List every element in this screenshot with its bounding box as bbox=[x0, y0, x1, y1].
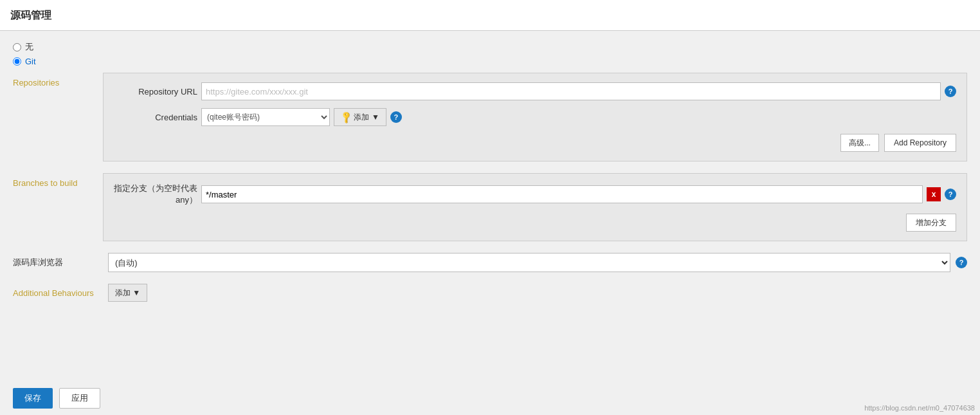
repositories-content: Repository URL ? Credentials (qitee账号密码) bbox=[103, 73, 967, 161]
repo-url-label: Repository URL bbox=[114, 87, 197, 97]
branches-section: Branches to build 指定分支（为空时代表any） x ? 增加分… bbox=[13, 173, 967, 241]
radio-git-item[interactable]: Git bbox=[13, 57, 967, 66]
branch-row: 指定分支（为空时代表any） x ? bbox=[114, 183, 956, 206]
branch-help-icon[interactable]: ? bbox=[945, 189, 956, 200]
repo-url-input[interactable] bbox=[201, 82, 941, 100]
credentials-select[interactable]: (qitee账号密码) bbox=[201, 108, 330, 126]
cancel-button[interactable]: 应用 bbox=[59, 388, 100, 409]
radio-none-label: 无 bbox=[25, 41, 33, 53]
credentials-help-icon[interactable]: ? bbox=[390, 111, 402, 123]
bottom-buttons: 保存 应用 bbox=[0, 382, 113, 415]
branches-content: 指定分支（为空时代表any） x ? 增加分支 bbox=[103, 173, 967, 241]
radio-git-label: Git bbox=[25, 57, 36, 66]
add-branch-button[interactable]: 增加分支 bbox=[906, 214, 956, 232]
source-browser-select[interactable]: (自动) bbox=[108, 253, 950, 272]
add-repository-button[interactable]: Add Repository bbox=[884, 134, 956, 152]
radio-none[interactable] bbox=[13, 43, 21, 51]
repo-button-row: 高级... Add Repository bbox=[114, 134, 956, 152]
source-browser-help-icon[interactable]: ? bbox=[956, 257, 967, 268]
additional-dropdown-icon: ▼ bbox=[132, 288, 140, 297]
source-browser-label: 源码库浏览器 bbox=[13, 257, 103, 268]
watermark: https://blog.csdn.net/m0_47074638 bbox=[864, 404, 975, 412]
credentials-add-label: 添加 bbox=[354, 112, 369, 123]
additional-add-label: 添加 bbox=[115, 288, 131, 297]
repositories-label: Repositories bbox=[13, 73, 103, 88]
credentials-dropdown-icon: ▼ bbox=[372, 113, 379, 122]
repo-url-row: Repository URL ? bbox=[114, 82, 956, 100]
repo-url-help-icon[interactable]: ? bbox=[945, 86, 956, 97]
radio-none-item[interactable]: 无 bbox=[13, 41, 967, 53]
source-control-radio-group: 无 Git bbox=[13, 41, 967, 66]
branches-label: Branches to build bbox=[13, 173, 103, 188]
advanced-button[interactable]: 高级... bbox=[840, 134, 879, 152]
source-browser-row: 源码库浏览器 (自动) ? bbox=[13, 253, 967, 272]
branch-input[interactable] bbox=[201, 185, 923, 203]
credentials-row: Credentials (qitee账号密码) 🔑 添加 ▼ ? bbox=[114, 108, 956, 126]
additional-behaviours-label: Additional Behaviours bbox=[13, 288, 103, 298]
radio-git[interactable] bbox=[13, 57, 21, 66]
delete-branch-button[interactable]: x bbox=[927, 187, 941, 201]
branch-button-row: 增加分支 bbox=[114, 214, 956, 232]
save-button[interactable]: 保存 bbox=[13, 388, 53, 409]
branch-field-label: 指定分支（为空时代表any） bbox=[114, 183, 197, 206]
additional-add-button[interactable]: 添加 ▼ bbox=[108, 284, 147, 302]
key-icon: 🔑 bbox=[339, 110, 353, 124]
page-title: 源码管理 bbox=[0, 0, 980, 31]
additional-behaviours-row: Additional Behaviours 添加 ▼ bbox=[13, 284, 967, 302]
credentials-add-button[interactable]: 🔑 添加 ▼ bbox=[334, 108, 386, 126]
repositories-section: Repositories Repository URL ? Credential… bbox=[13, 73, 967, 161]
credentials-label: Credentials bbox=[114, 113, 197, 122]
